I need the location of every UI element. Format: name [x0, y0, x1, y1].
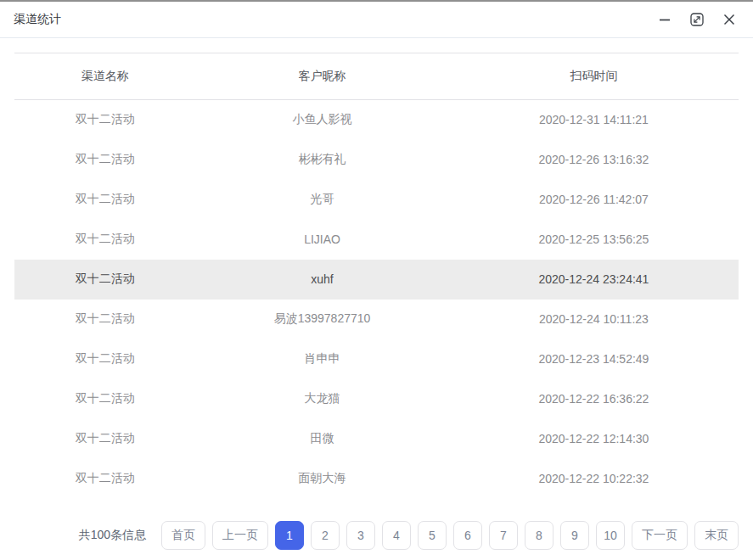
cell-channel: 双十二活动: [14, 180, 195, 220]
cell-nickname: 易波13997827710: [195, 300, 449, 339]
table-header-row: 渠道名称 客户昵称 扫码时间: [14, 53, 739, 100]
table-row[interactable]: 双十二活动 LIJIAO 2020-12-25 13:56:25: [14, 220, 739, 260]
cell-channel: 双十二活动: [14, 300, 195, 339]
prev-page-button[interactable]: 上一页: [212, 521, 268, 550]
total-count-label: 共100条信息: [79, 528, 146, 543]
table-row[interactable]: 双十二活动 肖申申 2020-12-23 14:52:49: [14, 339, 739, 379]
table-row-highlighted[interactable]: 双十二活动 xuhf 2020-12-24 23:24:41: [14, 260, 739, 300]
cell-channel: 双十二活动: [14, 220, 195, 260]
channel-stats-window: 渠道统计: [0, 0, 753, 560]
pagination-bar: 共100条信息 首页 上一页 1 2 3 4 5 6 7 8 9 10 下一页 …: [14, 521, 739, 550]
cell-nickname: 肖申申: [195, 339, 449, 379]
maximize-icon: [690, 13, 704, 26]
first-page-button[interactable]: 首页: [161, 521, 205, 550]
cell-nickname: xuhf: [195, 260, 449, 300]
cell-nickname: LIJIAO: [195, 220, 449, 260]
cell-channel: 双十二活动: [14, 379, 195, 419]
cell-scan-time: 2020-12-22 12:14:30: [449, 419, 739, 459]
cell-scan-time: 2020-12-31 14:11:21: [449, 100, 739, 140]
page-button-5[interactable]: 5: [418, 521, 447, 550]
table-row[interactable]: 双十二活动 易波13997827710 2020-12-24 10:11:23: [14, 300, 739, 339]
table-row[interactable]: 双十二活动 大龙猫 2020-12-22 16:36:22: [14, 379, 739, 419]
window-content: 渠道名称 客户昵称 扫码时间 双十二活动 小鱼人影视 2020-12-31 14…: [0, 38, 753, 560]
cell-channel: 双十二活动: [14, 100, 195, 140]
cell-channel: 双十二活动: [14, 260, 195, 300]
column-header-nickname: 客户昵称: [195, 53, 449, 100]
window-titlebar: 渠道统计: [0, 2, 753, 38]
minimize-icon: [659, 14, 671, 25]
channel-table: 渠道名称 客户昵称 扫码时间 双十二活动 小鱼人影视 2020-12-31 14…: [14, 53, 739, 499]
cell-nickname: 田微: [195, 419, 449, 459]
cell-channel: 双十二活动: [14, 339, 195, 379]
cell-nickname: 彬彬有礼: [195, 140, 449, 180]
page-button-7[interactable]: 7: [489, 521, 518, 550]
cell-channel: 双十二活动: [14, 140, 195, 180]
close-icon: [723, 14, 735, 25]
cell-nickname: 大龙猫: [195, 379, 449, 419]
cell-scan-time: 2020-12-25 13:56:25: [449, 220, 739, 260]
window-title: 渠道统计: [14, 12, 61, 27]
page-button-6[interactable]: 6: [453, 521, 482, 550]
cell-scan-time: 2020-12-26 11:42:07: [449, 180, 739, 220]
page-button-10[interactable]: 10: [596, 521, 625, 550]
cell-scan-time: 2020-12-22 10:22:32: [449, 459, 739, 499]
table-row[interactable]: 双十二活动 小鱼人影视 2020-12-31 14:11:21: [14, 100, 739, 140]
table-row[interactable]: 双十二活动 田微 2020-12-22 12:14:30: [14, 419, 739, 459]
column-header-scan-time: 扫码时间: [449, 53, 739, 100]
cell-scan-time: 2020-12-24 23:24:41: [449, 260, 739, 300]
maximize-button[interactable]: [687, 9, 707, 30]
cell-channel: 双十二活动: [14, 419, 195, 459]
cell-scan-time: 2020-12-26 13:16:32: [449, 140, 739, 180]
close-button[interactable]: [719, 9, 739, 30]
cell-nickname: 小鱼人影视: [195, 100, 449, 140]
table-row[interactable]: 双十二活动 彬彬有礼 2020-12-26 13:16:32: [14, 140, 739, 180]
page-button-8[interactable]: 8: [525, 521, 554, 550]
next-page-button[interactable]: 下一页: [632, 521, 688, 550]
page-button-9[interactable]: 9: [560, 521, 589, 550]
cell-scan-time: 2020-12-24 10:11:23: [449, 300, 739, 339]
last-page-button[interactable]: 末页: [694, 521, 739, 550]
page-button-4[interactable]: 4: [382, 521, 411, 550]
cell-nickname: 面朝大海: [195, 459, 449, 499]
cell-scan-time: 2020-12-23 14:52:49: [449, 339, 739, 379]
cell-scan-time: 2020-12-22 16:36:22: [449, 379, 739, 419]
minimize-button[interactable]: [655, 9, 675, 30]
table-row[interactable]: 双十二活动 面朝大海 2020-12-22 10:22:32: [14, 459, 739, 499]
page-button-1[interactable]: 1: [275, 521, 304, 550]
window-controls: [655, 9, 739, 30]
cell-nickname: 光哥: [195, 180, 449, 220]
cell-channel: 双十二活动: [14, 459, 195, 499]
page-button-2[interactable]: 2: [311, 521, 340, 550]
page-button-3[interactable]: 3: [346, 521, 375, 550]
column-header-channel: 渠道名称: [14, 53, 195, 100]
table-row[interactable]: 双十二活动 光哥 2020-12-26 11:42:07: [14, 180, 739, 220]
